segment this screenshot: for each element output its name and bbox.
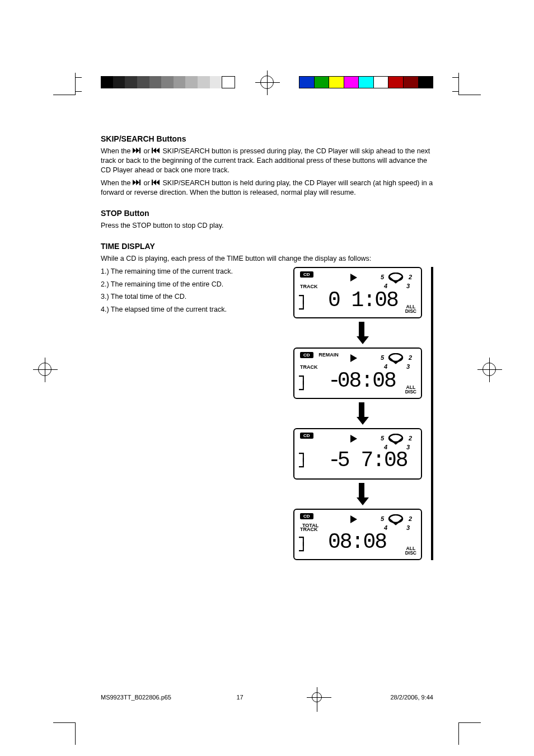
svg-text:┘: ┘: [299, 458, 307, 474]
svg-marker-0: [133, 148, 136, 153]
all-disc-label: ALLDISC: [405, 386, 416, 394]
skip-back-icon: [152, 147, 161, 156]
page-footer: MS9923TT_B022806.p65 17 28/2/2006, 9:44: [101, 689, 433, 706]
crop-mark-br: [458, 722, 481, 745]
cd-badge: CD: [300, 352, 313, 358]
svg-marker-11: [156, 180, 160, 185]
time-display: 08:08: [328, 530, 386, 554]
svg-marker-7: [136, 180, 139, 185]
skip-forward-icon: [133, 179, 142, 188]
track-number: ┐┘: [299, 369, 313, 397]
registration-target-right: [483, 363, 496, 376]
time-display: - 08:08: [328, 369, 396, 393]
svg-rect-2: [139, 148, 140, 153]
svg-point-21: [389, 515, 402, 523]
arrow-down-icon: [357, 322, 367, 344]
svg-rect-8: [139, 180, 140, 185]
disc-indicator: 5 2 4 3: [380, 353, 412, 370]
cd-badge: CD: [300, 433, 313, 439]
lcd-panel-2: CD REMAIN 5 2 4 3 TRACK ┐┘ -: [293, 348, 422, 399]
svg-marker-4: [153, 148, 156, 153]
svg-point-18: [389, 434, 402, 442]
svg-marker-1: [136, 148, 139, 153]
cd-badge: CD: [300, 513, 313, 519]
crop-mark-tr: [458, 73, 481, 95]
registration-target-top: [260, 76, 274, 89]
color-swatches: [299, 76, 433, 88]
list-item: 1.) The remaining time of the current tr…: [101, 267, 283, 276]
disc-indicator: 5 2 4 3: [380, 514, 412, 531]
registration-target-footer: [312, 692, 322, 702]
all-disc-label: ALLDISC: [405, 305, 416, 313]
time-display: - 5 7:08: [328, 448, 407, 472]
page-body: SKIP/SEARCH Buttons When the or SKIP/SEA…: [101, 134, 433, 560]
crop-mark-bl: [53, 722, 76, 745]
svg-point-15: [389, 354, 402, 361]
section-title-time: TIME DISPLAY: [101, 242, 433, 251]
remain-label: REMAIN: [318, 352, 339, 358]
skip-para-2: When the or SKIP/SEARCH button is held d…: [101, 179, 433, 198]
registration-target-left: [38, 363, 51, 376]
all-disc-label: ALLDISC: [405, 547, 416, 555]
svg-marker-10: [153, 180, 156, 185]
play-icon: [350, 515, 357, 523]
play-icon: [350, 274, 357, 281]
track-number: ┐┘: [299, 288, 313, 316]
section-title-stop: STOP Button: [101, 209, 433, 218]
list-item: 2.) The remaining time of the entire CD.: [101, 280, 283, 289]
time-intro: While a CD is playing, each press of the…: [101, 254, 433, 264]
lcd-panel-1: CD 5 2 4 3 TRACK ┐┘ 0 1:08: [293, 267, 422, 318]
svg-marker-6: [133, 180, 136, 185]
svg-point-12: [389, 273, 402, 281]
arrow-down-icon: [357, 483, 367, 505]
list-item: 3.) The total time of the CD.: [101, 292, 283, 302]
footer-page: 17: [236, 694, 243, 701]
svg-marker-5: [156, 148, 160, 153]
stop-para: Press the STOP button to stop CD play.: [101, 221, 433, 231]
svg-text:┘: ┘: [299, 381, 307, 397]
track-number: ┐┘: [299, 530, 313, 558]
calibration-strip: [101, 74, 433, 91]
play-icon: [350, 435, 357, 443]
lcd-panel-3: CD 5 2 4 3 ┐┘ - 5 7:08: [293, 428, 422, 480]
lcd-panel-4: CD TOTAL 5 2 4 3 TRACK ┐┘ 08:08: [293, 509, 422, 560]
svg-rect-9: [152, 180, 153, 185]
section-title-skip: SKIP/SEARCH Buttons: [101, 134, 433, 143]
arrow-down-icon: [357, 402, 367, 425]
cd-badge: CD: [300, 271, 313, 278]
time-display: 0 1:08: [328, 288, 398, 312]
svg-text:┘: ┘: [299, 300, 307, 316]
skip-forward-icon: [133, 147, 142, 156]
list-item: 4.) The elapsed time of the current trac…: [101, 305, 283, 314]
crop-mark-tl: [53, 73, 76, 95]
svg-text:┘: ┘: [299, 542, 307, 558]
skip-para-1: When the or SKIP/SEARCH button is presse…: [101, 147, 433, 175]
track-number: ┐┘: [299, 446, 313, 474]
footer-date: 28/2/2006, 9:44: [391, 694, 433, 701]
skip-back-icon: [152, 179, 161, 188]
footer-file: MS9923TT_B022806.p65: [101, 694, 171, 701]
time-list: 1.) The remaining time of the current tr…: [101, 267, 283, 560]
grayscale-swatches: [101, 76, 235, 88]
disc-indicator: 5 2 4 3: [380, 273, 412, 289]
svg-rect-3: [152, 148, 153, 153]
lcd-diagram-column: CD 5 2 4 3 TRACK ┐┘ 0 1:08: [293, 267, 433, 560]
play-icon: [350, 354, 357, 362]
